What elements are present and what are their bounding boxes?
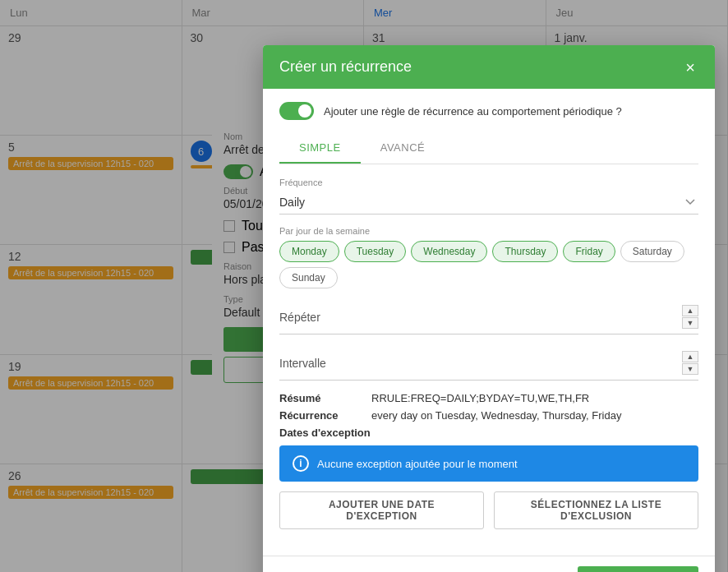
frequence-section: Fréquence Daily Weekly Monthly Yearly [279, 178, 698, 214]
dialog-body: Ajouter une règle de récurrence au compo… [263, 89, 715, 556]
par-jour-label: Par jour de la semaine [279, 226, 698, 236]
chip-monday[interactable]: Monday [279, 241, 339, 262]
exception-info-message: Aucune exception ajoutée pour le moment [317, 458, 518, 470]
frequence-label: Fréquence [279, 178, 698, 187]
recurrence-toggle-row: Ajouter une règle de récurrence au compo… [279, 102, 698, 120]
exception-buttons: AJOUTER UNE DATE D'EXCEPTION SÉLECTIONNE… [279, 491, 698, 529]
intervalle-label: Intervalle [279, 357, 326, 370]
save-button[interactable]: SAUVEGARDER [578, 566, 698, 572]
exception-info: i Aucune exception ajoutée pour le momen… [279, 445, 698, 482]
tab-avance[interactable]: AVANCÉ [361, 133, 445, 164]
tab-simple[interactable]: SIMPLE [279, 133, 361, 164]
repeter-spinner[interactable]: ▲ ▼ [682, 305, 698, 329]
recurrence-value: every day on Tuesday, Wednesday, Thursda… [371, 409, 621, 422]
par-jour-section: Par jour de la semaine Monday Tuesday We… [279, 226, 698, 288]
dialog-header: Créer un récurrence × [263, 45, 715, 89]
recurrence-dialog: Créer un récurrence × Ajouter une règle … [263, 45, 715, 572]
chip-sunday[interactable]: Sunday [279, 267, 338, 288]
resume-value: RRULE:FREQ=DAILY;BYDAY=TU,WE,TH,FR [371, 392, 589, 404]
chip-wednesday[interactable]: Wednesday [411, 241, 487, 262]
repeter-down[interactable]: ▼ [682, 317, 698, 329]
chip-tuesday[interactable]: Tuesday [344, 241, 407, 262]
resume-key: Résumé [279, 392, 362, 404]
info-icon: i [293, 455, 309, 472]
recurrence-key: Récurrence [279, 409, 362, 422]
dialog-footer: ANNULER SAUVEGARDER [263, 556, 715, 572]
recurrence-toggle[interactable] [279, 102, 314, 120]
add-exception-date-button[interactable]: AJOUTER UNE DATE D'EXCEPTION [279, 491, 484, 529]
resume-row: Résumé RRULE:FREQ=DAILY;BYDAY=TU,WE,TH,F… [279, 392, 698, 404]
select-exclusion-list-button[interactable]: SÉLECTIONNEZ LA LISTE D'EXCLUSION [494, 491, 698, 529]
dialog-tabs: SIMPLE AVANCÉ [279, 133, 698, 164]
chip-thursday[interactable]: Thursday [492, 241, 558, 262]
dialog-close-button[interactable]: × [682, 59, 698, 76]
intervalle-spinner[interactable]: ▲ ▼ [682, 351, 698, 375]
repeter-label: Répéter [279, 311, 320, 324]
recurrence-toggle-label: Ajouter une règle de récurrence au compo… [324, 105, 622, 118]
frequence-select[interactable]: Daily Weekly Monthly Yearly [279, 191, 698, 214]
chip-friday[interactable]: Friday [563, 241, 615, 262]
exception-title: Dates d'exception [279, 427, 698, 439]
cancel-button[interactable]: ANNULER [480, 566, 568, 572]
repeter-row: Répéter ▲ ▼ [279, 300, 698, 334]
chip-saturday[interactable]: Saturday [620, 241, 684, 262]
dialog-title: Créer un récurrence [279, 58, 412, 76]
day-chips: Monday Tuesday Wednesday Thursday Friday… [279, 241, 698, 288]
intervalle-row: Intervalle ▲ ▼ [279, 346, 698, 381]
recurrence-row: Récurrence every day on Tuesday, Wednesd… [279, 409, 698, 422]
repeter-up[interactable]: ▲ [682, 305, 698, 316]
intervalle-down[interactable]: ▼ [682, 363, 698, 375]
intervalle-up[interactable]: ▲ [682, 351, 698, 362]
